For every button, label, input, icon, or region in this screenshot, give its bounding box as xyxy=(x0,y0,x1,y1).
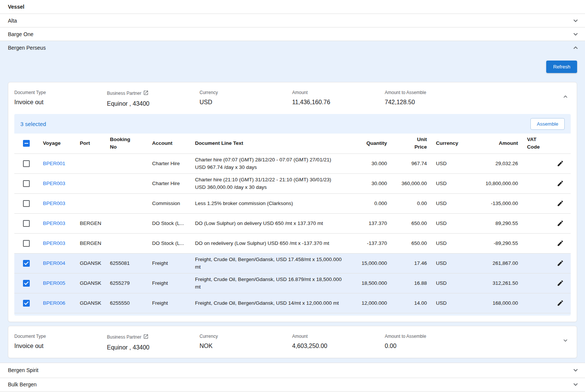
table-row: BPER006GDANSK6255550FreightFreight, Crud… xyxy=(14,293,571,313)
edit-icon[interactable] xyxy=(557,200,564,207)
amount-cell: 312,261.50 xyxy=(463,278,523,288)
chevron-down-icon xyxy=(571,30,580,38)
unit-price-cell: 650.00 xyxy=(392,238,431,248)
open-in-new-icon[interactable] xyxy=(143,334,149,340)
amount-cell: -135,000.00 xyxy=(463,198,523,208)
field-amount-to-assemble: Amount to Assemble 742,128.50 xyxy=(385,88,498,106)
quantity-cell: 30.000 xyxy=(347,178,392,188)
edit-icon[interactable] xyxy=(557,180,564,187)
voyage-link[interactable]: BPER005 xyxy=(43,280,65,286)
voyage-link[interactable]: BPER003 xyxy=(43,240,65,246)
row-checkbox[interactable] xyxy=(23,240,30,247)
currency-cell: USD xyxy=(431,178,463,188)
line-selection-panel: 3 selected Assemble Voyage Port Booking … xyxy=(14,114,571,316)
quantity-cell: 0.000 xyxy=(347,198,392,208)
voyage-link[interactable]: BPER001 xyxy=(43,161,65,166)
vat-code-cell xyxy=(523,181,550,186)
field-amount: Amount 4,603,250.00 xyxy=(292,331,385,349)
booking-no-cell xyxy=(105,241,148,246)
row-checkbox[interactable] xyxy=(23,300,30,307)
accordion-item-bulk-bergen[interactable]: Bulk Bergen xyxy=(0,378,585,392)
row-checkbox[interactable] xyxy=(23,280,30,287)
col-booking-no: Booking No xyxy=(105,134,148,153)
field-business-partner: Business Partner Equinor , 43400 xyxy=(107,88,200,107)
voyage-link[interactable]: BPER004 xyxy=(43,260,65,266)
line-text-cell: Freight, Crude Oil, Bergen/Gdansk, USD 1… xyxy=(190,297,347,309)
edit-cell xyxy=(550,198,571,209)
amount-cell: 10,800,000.00 xyxy=(463,178,523,188)
port-cell: GDANSK xyxy=(75,298,105,308)
edit-icon[interactable] xyxy=(557,220,564,227)
vat-code-cell xyxy=(523,201,550,206)
expand-card-toggle[interactable] xyxy=(560,335,571,347)
edit-icon[interactable] xyxy=(557,240,564,247)
edit-cell xyxy=(550,297,571,309)
edit-icon[interactable] xyxy=(557,260,564,267)
accordion-item-bergen-perseus[interactable]: Bergen Perseus xyxy=(0,41,585,55)
row-checkbox[interactable] xyxy=(23,260,30,267)
refresh-button[interactable]: Refresh xyxy=(546,61,577,73)
row-checkbox[interactable] xyxy=(23,200,30,207)
port-cell xyxy=(75,201,105,206)
document-card-usd: Document Type Invoice out Business Partn… xyxy=(8,82,577,322)
edit-cell xyxy=(550,237,571,249)
currency-cell: USD xyxy=(431,198,463,208)
row-checkbox[interactable] xyxy=(23,220,30,227)
field-business-partner: Business Partner Equinor , 43400 xyxy=(107,331,200,351)
amount-to-assemble-value: 0.00 xyxy=(385,343,498,349)
booking-no-cell: 6255279 xyxy=(105,278,148,288)
voyage-link[interactable]: BPER003 xyxy=(43,220,65,226)
amount-cell: 168,000.00 xyxy=(463,298,523,308)
open-in-new-icon[interactable] xyxy=(143,90,149,97)
account-cell: Freight xyxy=(148,258,190,268)
accordion-label: Bergen Perseus xyxy=(8,45,46,51)
collapse-card-toggle[interactable] xyxy=(560,91,571,103)
document-card-nok: Document Type Invoice out Business Partn… xyxy=(8,326,577,358)
account-cell: Charter Hire xyxy=(148,158,190,169)
document-header-fields: Document Type Invoice out Business Partn… xyxy=(14,88,571,107)
row-checkbox[interactable] xyxy=(23,180,30,187)
voyage-link[interactable]: BPER006 xyxy=(43,300,65,306)
currency-label: Currency xyxy=(200,90,292,95)
amount-to-assemble-value: 742,128.50 xyxy=(385,99,498,106)
currency-cell: USD xyxy=(431,158,463,169)
select-all-checkbox[interactable] xyxy=(23,140,30,147)
document-header-fields: Document Type Invoice out Business Partn… xyxy=(14,331,571,351)
currency-cell: USD xyxy=(431,258,463,268)
col-account: Account xyxy=(148,137,190,149)
vat-code-cell xyxy=(523,161,550,166)
checkbox-cell xyxy=(14,238,38,249)
voyage-cell: BPER003 xyxy=(38,238,75,248)
row-checkbox[interactable] xyxy=(23,160,30,167)
voyage-link[interactable]: BPER003 xyxy=(43,201,65,206)
edit-icon[interactable] xyxy=(557,299,564,307)
edit-icon[interactable] xyxy=(557,280,564,287)
document-type-label: Document Type xyxy=(14,334,107,339)
accordion-item-bergen-spirit[interactable]: Bergen Spirit xyxy=(0,363,585,378)
accordion-item-barge-one[interactable]: Barge One xyxy=(0,27,585,41)
accordion-label: Bergen Spirit xyxy=(8,367,38,373)
unit-price-cell: 0.00 xyxy=(392,198,431,208)
line-text-cell: Charter hire (07:07 (GMT) 28/12/20 - 07:… xyxy=(190,154,347,173)
business-partner-label: Business Partner xyxy=(107,334,200,340)
assemble-button[interactable]: Assemble xyxy=(530,118,565,130)
chevron-up-icon xyxy=(571,44,580,52)
accordion-item-alta[interactable]: Alta xyxy=(0,14,585,27)
business-partner-label-text: Business Partner xyxy=(107,334,141,340)
checkbox-cell xyxy=(14,178,38,189)
voyage-cell: BPER005 xyxy=(38,278,75,288)
amount-label: Amount xyxy=(292,90,385,95)
vessel-page: Vessel Alta Barge One Bergen Perseus Ref… xyxy=(0,0,585,392)
table-row: BPER005GDANSK6255279FreightFreight, Crud… xyxy=(14,273,571,293)
business-partner-label-text: Business Partner xyxy=(107,91,141,96)
checkbox-cell xyxy=(14,198,38,209)
edit-cell xyxy=(550,277,571,289)
checkbox-cell xyxy=(14,218,38,229)
amount-value: 4,603,250.00 xyxy=(292,343,385,349)
amount-cell: 89,290.55 xyxy=(463,218,523,228)
edit-icon[interactable] xyxy=(557,160,564,167)
line-text-cell: DO (Low Sulphur) on delivery USD 650 /mt… xyxy=(190,217,347,229)
port-cell: BERGEN xyxy=(75,218,105,228)
edit-cell xyxy=(550,217,571,229)
voyage-link[interactable]: BPER003 xyxy=(43,181,65,186)
